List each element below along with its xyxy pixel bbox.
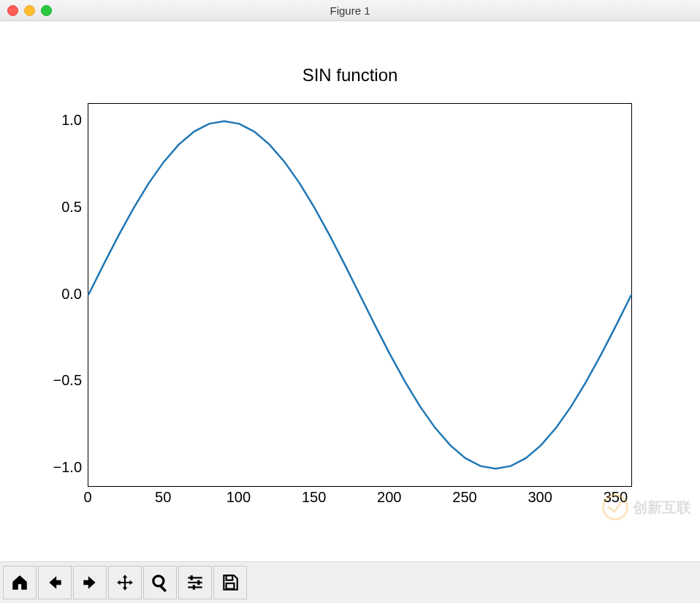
save-icon	[221, 573, 240, 592]
svg-rect-9	[227, 583, 235, 589]
svg-rect-8	[227, 575, 233, 580]
svg-rect-2	[188, 577, 202, 578]
x-tick-label: 200	[377, 489, 401, 506]
save-button[interactable]	[213, 566, 247, 599]
x-tick-label: 300	[528, 489, 552, 506]
pan-button[interactable]	[108, 566, 142, 599]
plot-axes	[88, 103, 632, 487]
data-line	[88, 121, 631, 469]
svg-point-0	[153, 576, 164, 586]
configure-button[interactable]	[178, 566, 212, 599]
app-window: Figure 1 SIN function −1.0−0.50.00.51.0 …	[0, 0, 700, 603]
line-plot	[88, 104, 631, 486]
window-controls	[7, 5, 52, 16]
x-tick-label: 50	[155, 489, 171, 506]
x-tick-label: 150	[302, 489, 326, 506]
svg-rect-1	[160, 585, 167, 592]
watermark-text: 创新互联	[633, 498, 691, 517]
move-icon	[115, 573, 134, 592]
chart-title: SIN function	[0, 65, 700, 86]
forward-button[interactable]	[73, 566, 107, 599]
x-tick-label: 350	[604, 489, 628, 506]
zoom-window-button[interactable]	[41, 5, 52, 16]
zoom-icon	[151, 573, 170, 592]
zoom-button[interactable]	[143, 566, 177, 599]
svg-rect-5	[197, 580, 199, 585]
home-button[interactable]	[3, 566, 37, 599]
svg-rect-3	[191, 575, 193, 580]
arrow-right-icon	[80, 573, 99, 592]
sliders-icon	[186, 573, 205, 592]
home-icon	[10, 573, 29, 592]
arrow-left-icon	[45, 573, 64, 592]
minimize-window-button[interactable]	[24, 5, 35, 16]
matplotlib-toolbar	[0, 561, 700, 603]
figure-canvas[interactable]: SIN function −1.0−0.50.00.51.0 050100150…	[0, 21, 700, 561]
svg-rect-7	[193, 585, 195, 590]
x-tick-label: 0	[83, 489, 91, 506]
close-window-button[interactable]	[7, 5, 18, 16]
x-tick-label: 250	[452, 489, 476, 506]
back-button[interactable]	[38, 566, 72, 599]
window-title: Figure 1	[0, 4, 700, 17]
x-tick-label: 100	[227, 489, 251, 506]
svg-rect-4	[188, 582, 202, 583]
title-bar: Figure 1	[0, 0, 700, 21]
